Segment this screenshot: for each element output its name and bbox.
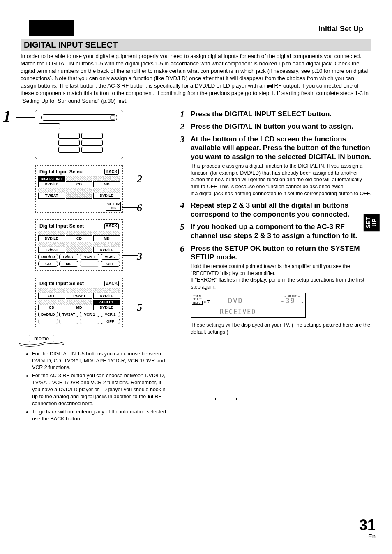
assign-button[interactable]: VCR 1 bbox=[80, 254, 99, 260]
lcd-value[interactable]: DVD/LD bbox=[93, 247, 120, 253]
step-body: This procedure assigns a digital functio… bbox=[191, 163, 371, 197]
setup-ok-button[interactable]: SETUP OK bbox=[106, 202, 121, 211]
lcd-title: Digital Input Select bbox=[39, 223, 84, 229]
back-button[interactable]: BACK bbox=[104, 169, 119, 175]
step-2: 2 Press the DIGITAL IN button you want t… bbox=[180, 122, 371, 131]
memo-item: For the DIGITAL IN 1-5 buttons you can c… bbox=[32, 351, 168, 372]
lcd-value[interactable]: CD bbox=[38, 305, 65, 310]
lcd-value[interactable]: DVD/LD bbox=[93, 305, 120, 310]
lcd-value[interactable]: MD bbox=[93, 181, 120, 187]
amplifier-display: SIGNAL SELECT SELECT SPA — VOLUME — DVD … bbox=[191, 293, 306, 318]
lead-line-3 bbox=[122, 255, 138, 256]
callout-2: 2 bbox=[137, 173, 142, 185]
step-body: Hold the remote control pointed towards … bbox=[191, 263, 371, 291]
lcd-header: DIGITAL IN 1 bbox=[38, 288, 65, 293]
lcd-header: DIGITAL IN 4 bbox=[38, 188, 65, 193]
display-main: DVD bbox=[228, 297, 243, 305]
page-lang: En bbox=[359, 533, 376, 540]
assign-button[interactable]: TV/SAT bbox=[59, 312, 79, 317]
lead-line-6 bbox=[122, 207, 138, 208]
lcd-value[interactable]: TV/SAT bbox=[38, 193, 65, 199]
display-sp: SPA bbox=[203, 301, 210, 304]
dolby-icon bbox=[148, 395, 153, 399]
remote-grid-button bbox=[58, 140, 80, 146]
lcd-value[interactable]: CD bbox=[66, 181, 92, 187]
memo-item: To go back without entering any of the i… bbox=[32, 409, 168, 422]
assign-button[interactable]: CD bbox=[38, 261, 58, 267]
step-heading: Press the SETUP OK button to return the … bbox=[191, 244, 371, 262]
assign-button[interactable]: VCR 1 bbox=[80, 312, 99, 317]
tv-diagram bbox=[191, 340, 261, 398]
assign-button[interactable]: DVD/LD bbox=[38, 254, 58, 260]
lcd-value[interactable]: DVD/LD bbox=[93, 193, 120, 199]
remote-diagram-1: 1 bbox=[21, 110, 168, 159]
step-heading: Press the DIGITAL INPUT SELECT button. bbox=[191, 110, 371, 119]
memo-wave-icon bbox=[17, 342, 66, 347]
lcd-screen-5: Digital Input SelectBACK DIGITAL IN 1OFF… bbox=[35, 277, 123, 328]
lcd-value[interactable]: OFF bbox=[38, 293, 65, 299]
step-5: 5 If you hooked up a component to the AC… bbox=[180, 222, 371, 240]
right-column: 1 Press the DIGITAL INPUT SELECT button.… bbox=[180, 110, 371, 424]
lcd-value[interactable]: DVD/LD bbox=[93, 293, 120, 299]
display-label: SELECT bbox=[192, 301, 203, 305]
lead-line-5 bbox=[122, 308, 138, 308]
lcd-header: DIGITAL IN 2 bbox=[66, 288, 92, 293]
remote-grid-button bbox=[58, 147, 80, 153]
lcd-value[interactable]: DVD/LD bbox=[38, 235, 65, 241]
left-column: 1 Digital Input SelectBACK DIGITAL IN 1D… bbox=[21, 110, 168, 424]
side-tab: SET UP bbox=[364, 214, 380, 231]
assign-button-blank bbox=[80, 261, 99, 267]
lcd-header: DIGITAL IN 5 bbox=[66, 300, 92, 305]
lcd-header: DIGITAL IN 3 bbox=[93, 176, 120, 181]
back-button[interactable]: BACK bbox=[104, 223, 119, 229]
section-title: DIGITAL INPUT SELECT bbox=[24, 40, 118, 49]
step-3: 3 At the bottom of the LCD screen the fu… bbox=[180, 135, 371, 197]
lcd-value-empty[interactable] bbox=[66, 247, 92, 253]
remote-left-button bbox=[39, 123, 60, 129]
lcd-header: DIGITAL IN 1 bbox=[38, 231, 65, 235]
step-heading: If you hooked up a component to the AC-3… bbox=[191, 222, 371, 240]
lead-line-2 bbox=[122, 180, 138, 180]
remote-grid-button bbox=[58, 133, 80, 139]
assign-button[interactable]: DVD/LD bbox=[38, 312, 58, 317]
callout-5: 5 bbox=[137, 301, 142, 314]
lcd-value[interactable]: TV/SAT bbox=[66, 293, 92, 299]
lcd-value-empty[interactable] bbox=[66, 193, 92, 199]
lcd-value[interactable]: DVD/LD bbox=[38, 181, 65, 187]
assign-button[interactable]: OFF bbox=[101, 261, 120, 267]
lcd-header: DIGITAL IN 4 bbox=[38, 300, 65, 305]
intro-paragraph: In order to be able to use your digital … bbox=[21, 53, 371, 105]
remote-top-button bbox=[41, 114, 117, 121]
callout-3: 3 bbox=[137, 250, 142, 263]
display-db: dB bbox=[300, 301, 303, 304]
assign-button[interactable]: MD bbox=[59, 261, 79, 267]
lcd-value[interactable]: CD bbox=[66, 235, 92, 241]
lcd-value[interactable]: TV/SAT bbox=[38, 247, 65, 253]
assign-button[interactable]: VCR 2 bbox=[101, 312, 120, 317]
back-button[interactable]: BACK bbox=[104, 281, 119, 286]
display-label: SIGNAL bbox=[193, 295, 202, 298]
step-4: 4 Repeat step 2 & 3 until all the digita… bbox=[180, 201, 371, 219]
step-number: 2 bbox=[180, 121, 184, 132]
step-6: 6 Press the SETUP OK button to return th… bbox=[180, 244, 371, 398]
display-volume: -39 bbox=[280, 297, 295, 305]
lcd-header: DIGITAL IN 1 bbox=[38, 176, 65, 181]
remote-grid-button bbox=[81, 140, 103, 146]
assign-button[interactable]: TV/SAT bbox=[59, 254, 79, 260]
lcd-header: AC-3 RF bbox=[93, 300, 120, 305]
header-tab-title: Initial Set Up bbox=[318, 25, 363, 33]
side-tab-line1: SET bbox=[365, 217, 371, 228]
assign-button[interactable]: OFF bbox=[101, 319, 120, 324]
assign-button-blank bbox=[80, 319, 99, 324]
lcd-header: AC-3 RF bbox=[93, 188, 120, 193]
step-heading: At the bottom of the LCD screen the func… bbox=[191, 135, 371, 162]
header-black-block bbox=[29, 20, 74, 36]
lcd-value[interactable]: MD bbox=[66, 305, 92, 310]
lcd-screen-2: Digital Input SelectBACK DIGITAL IN 1DVD… bbox=[35, 165, 123, 213]
assign-button[interactable]: VCR 2 bbox=[101, 254, 120, 260]
memo-list: For the DIGITAL IN 1-5 buttons you can c… bbox=[21, 351, 168, 422]
lcd-value[interactable]: MD bbox=[93, 235, 120, 241]
step-1: 1 Press the DIGITAL INPUT SELECT button. bbox=[180, 110, 371, 119]
side-tab-line2: UP bbox=[371, 219, 378, 226]
step-heading: Press the DIGITAL IN button you want to … bbox=[191, 122, 371, 131]
